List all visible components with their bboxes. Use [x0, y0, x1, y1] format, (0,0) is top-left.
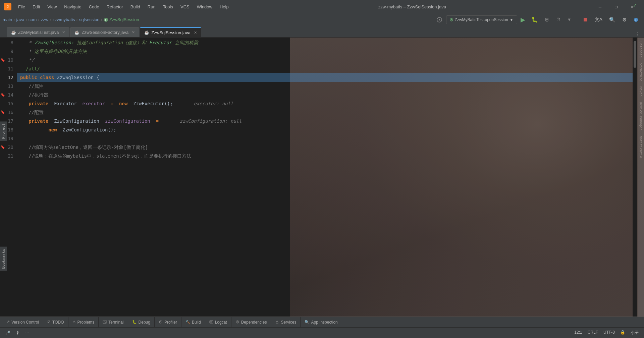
- voice-icon: 🎙: [16, 331, 20, 335]
- search-button[interactable]: 🔍: [606, 15, 618, 24]
- code-line-21: //说明：在原生的mybatis中，statement不是sql，而是要执行的接…: [17, 152, 633, 160]
- debug-button[interactable]: 🐛: [529, 15, 541, 24]
- line-12: 12: [0, 73, 17, 82]
- more-run-button[interactable]: ▼: [565, 15, 574, 24]
- toolbar-tab-services[interactable]: Services: [271, 317, 301, 327]
- tab-mybatistest[interactable]: ☕ ZzwMyBatisTest.java ✕: [7, 27, 69, 37]
- line-9: 9: [0, 47, 17, 56]
- menu-view[interactable]: View: [44, 4, 60, 10]
- terminal-icon: [103, 320, 107, 325]
- toolbar-tab-terminal[interactable]: Terminal: [99, 317, 128, 327]
- breadcrumb-zzwmybatis[interactable]: zzwmybatis: [52, 17, 75, 22]
- nav-bar: main › java › com › zzw › zzwmybatis › s…: [0, 13, 644, 26]
- translate-button[interactable]: 文A: [592, 15, 605, 24]
- bookmarks-panel-label[interactable]: Bookmarks: [0, 247, 7, 271]
- encoding[interactable]: UTF-8: [601, 330, 618, 335]
- project-panel-label[interactable]: Project: [0, 121, 7, 141]
- toolbar-tab-build[interactable]: 🔨 Build: [181, 317, 205, 327]
- toolbar-tab-dependencies[interactable]: Dependencies: [231, 317, 271, 327]
- menu-window[interactable]: Window: [194, 4, 216, 10]
- tab-close-2[interactable]: ✕: [194, 31, 197, 35]
- todo-icon: ☑: [47, 320, 51, 324]
- svg-point-7: [451, 19, 452, 20]
- toolbar-tab-logcat[interactable]: Logcat: [205, 317, 231, 327]
- assistant-button[interactable]: ✦: [631, 15, 641, 24]
- coverage-button[interactable]: ⛨: [542, 15, 552, 24]
- menu-vcs[interactable]: VCS: [177, 4, 193, 10]
- menu-build[interactable]: Build: [127, 4, 144, 10]
- menu-refactor[interactable]: Refactor: [103, 4, 126, 10]
- tab-sessionfactory[interactable]: ☕ ZzwSessionFactory.java ✕: [70, 27, 139, 37]
- line-ending-text: CRLF: [588, 330, 598, 335]
- lock-icon-item[interactable]: 🔒: [618, 330, 628, 335]
- toolbar-tab-appinspection[interactable]: 🔍 App Inspection: [301, 317, 342, 327]
- code-line-18: new ZzwConfiguration();: [17, 125, 633, 134]
- toolbar-tab-terminal-label: Terminal: [108, 320, 123, 325]
- code-editor[interactable]: * ZzwSqlSession: 搭建Configuration（连接）和 Ex…: [17, 38, 633, 327]
- stop-button[interactable]: ⏹: [580, 15, 591, 24]
- close-button[interactable]: ✕: [625, 2, 640, 12]
- breadcrumb-main[interactable]: main: [3, 17, 12, 22]
- line-10: 🔖 10: [0, 56, 17, 64]
- status-right: 12:1 CRLF UTF-8 🔒 小子: [572, 330, 641, 336]
- line-16: 🔖 16: [0, 108, 17, 117]
- code-line-12[interactable]: public class ZzwSqlSession {: [17, 73, 633, 82]
- line-20: 🔖 20: [0, 143, 17, 152]
- minimize-button[interactable]: —: [592, 2, 608, 12]
- run-config-selector[interactable]: ZzwMyBatisTest.openSession ▼: [446, 15, 517, 24]
- user-name[interactable]: 小子: [628, 330, 641, 336]
- breadcrumb-java[interactable]: java: [16, 17, 24, 22]
- tab-close-0[interactable]: ✕: [62, 30, 65, 35]
- line-15: 15: [0, 99, 17, 108]
- toolbar-tab-debug[interactable]: 🐛 Debug: [128, 317, 155, 327]
- tabs-overflow[interactable]: ⋮: [635, 31, 644, 37]
- toolbar-tab-todo[interactable]: ☑ TODO: [43, 317, 68, 327]
- cursor-position[interactable]: 12:1: [572, 330, 585, 335]
- breadcrumb-zzw[interactable]: zzw: [41, 17, 48, 22]
- window-title: zzw-mybatis – ZzwSqlSession.java: [232, 4, 592, 9]
- toolbar-tab-problems[interactable]: ⚠ Problems: [68, 317, 99, 327]
- menu-run[interactable]: Run: [144, 4, 159, 10]
- run-button[interactable]: ▶: [519, 15, 527, 24]
- voice-button[interactable]: 🎙: [13, 328, 22, 338]
- lock-icon: 🔒: [620, 330, 625, 335]
- svg-point-5: [439, 19, 440, 20]
- code-line-8: * ZzwSqlSession: 搭建Configuration（连接）和 Ex…: [17, 38, 633, 47]
- profile-button[interactable]: ⏱: [553, 15, 563, 24]
- line-ending[interactable]: CRLF: [585, 330, 601, 335]
- svg-point-17: [237, 321, 238, 322]
- breadcrumb-sqlsession[interactable]: sqlsession: [79, 17, 100, 22]
- app-inspection-icon: 🔍: [305, 320, 309, 324]
- scrollbar[interactable]: [633, 38, 637, 327]
- vcs-icon: ⎇: [5, 320, 10, 324]
- toolbar-tab-profiler[interactable]: Profiler: [155, 317, 181, 327]
- menu-edit[interactable]: Edit: [29, 4, 43, 10]
- microphone-button[interactable]: 🎤: [3, 328, 13, 338]
- debug-icon: 🐛: [132, 320, 137, 324]
- tabs-bar: ☕ ZzwMyBatisTest.java ✕ ☕ ZzwSessionFact…: [0, 26, 644, 38]
- menu-navigate[interactable]: Navigate: [61, 4, 85, 10]
- settings-button[interactable]: ⚙: [620, 15, 629, 24]
- svg-text:C: C: [105, 19, 107, 22]
- git-button[interactable]: [434, 15, 445, 24]
- encoding-text: UTF-8: [603, 330, 615, 335]
- tab-sqlsession[interactable]: ☕ ZzwSqlSession.java ✕: [140, 27, 201, 37]
- menu-code[interactable]: Code: [86, 4, 103, 10]
- toolbar-tab-versioncontrol[interactable]: ⎇ Version Control: [1, 317, 43, 327]
- tab-label-2: ZzwSqlSession.java: [151, 30, 190, 35]
- line-8: 8: [0, 38, 17, 47]
- menu-help[interactable]: Help: [216, 4, 232, 10]
- menu-file[interactable]: File: [15, 4, 29, 10]
- separator: [577, 16, 577, 23]
- maximize-button[interactable]: ❐: [608, 2, 624, 12]
- services-icon: [275, 320, 279, 325]
- more-button[interactable]: ⋯: [22, 328, 32, 338]
- title-bar: J File Edit View Navigate Code Refactor …: [0, 0, 644, 13]
- cursor-position-text: 12:1: [574, 330, 582, 335]
- scrollbar-thumb[interactable]: [634, 41, 636, 68]
- breadcrumb-com[interactable]: com: [29, 17, 37, 22]
- tab-close-1[interactable]: ✕: [132, 30, 135, 35]
- breadcrumb-class[interactable]: CZzwSqlSession: [104, 17, 139, 22]
- menu-tools[interactable]: Tools: [160, 4, 176, 10]
- tab-icon-1: ☕: [74, 30, 79, 35]
